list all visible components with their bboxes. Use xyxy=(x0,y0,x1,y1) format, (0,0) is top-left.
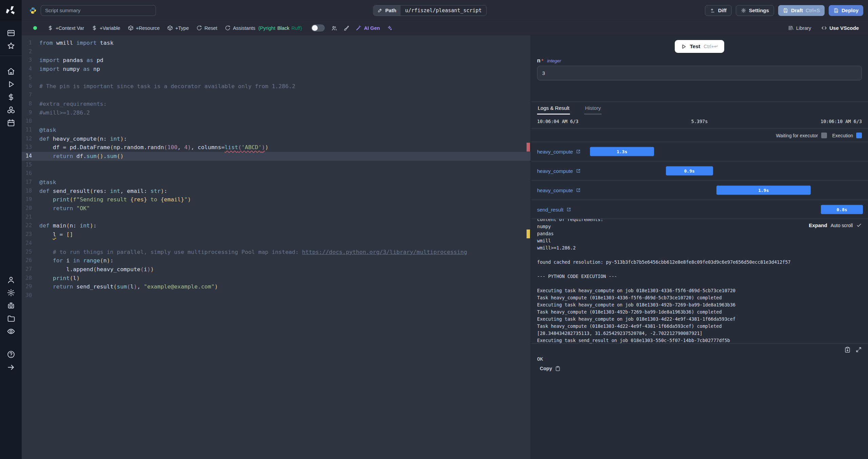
code-line-27[interactable]: 27 l.append(heavy_compute(i)) xyxy=(22,265,531,274)
star-icon[interactable] xyxy=(4,39,18,52)
code-line-5[interactable]: 5 xyxy=(22,74,531,82)
code-line-8[interactable]: 8#extra_requirements: xyxy=(22,100,531,108)
draft-button[interactable]: Draft Ctrl+S xyxy=(778,5,825,16)
code-line-20[interactable]: 20 return "OK" xyxy=(22,204,531,213)
eye-icon[interactable] xyxy=(4,325,18,338)
code-line-16[interactable]: 16 xyxy=(22,169,531,178)
code-text: print(l) xyxy=(39,274,80,283)
dollar-icon[interactable] xyxy=(4,91,18,103)
tab-history[interactable]: History xyxy=(584,102,601,115)
code-line-25[interactable]: 25 # to run things in parallel, simply u… xyxy=(22,248,531,257)
collaborators-button[interactable] xyxy=(328,25,340,31)
check-icon[interactable] xyxy=(856,222,862,228)
contextvar-button[interactable]: +Context Var xyxy=(44,23,88,33)
app-window-icon[interactable] xyxy=(4,26,18,39)
line-number: 21 xyxy=(22,213,39,222)
line-number: 4 xyxy=(22,65,39,74)
expand-result-button[interactable] xyxy=(855,346,862,353)
code-line-6[interactable]: 6# The pin is important since task is a … xyxy=(22,82,531,91)
code-line-17[interactable]: 17@task xyxy=(22,178,531,187)
variable-button[interactable]: +Variable xyxy=(88,23,124,33)
execution-bar: 0.9s xyxy=(666,166,713,176)
help-icon[interactable] xyxy=(4,348,18,361)
assistants-toggle[interactable] xyxy=(311,24,325,32)
code-line-14[interactable]: 14 return df.sum().sum() xyxy=(22,152,531,161)
library-button[interactable]: Library xyxy=(784,23,815,33)
error-ruler-mark xyxy=(527,143,530,152)
argument-n-input[interactable] xyxy=(537,66,862,80)
gear-icon[interactable] xyxy=(4,286,18,299)
home-icon[interactable] xyxy=(4,65,18,78)
arrow-right-icon[interactable] xyxy=(4,361,18,374)
legend-swatch xyxy=(821,133,827,138)
boxes-icon[interactable] xyxy=(4,103,18,116)
code-editor[interactable]: 1from wmill import task23import pandas a… xyxy=(22,35,531,459)
run-panel: Test Ctrl+↵ n * integer Logs & Result Hi… xyxy=(531,35,868,459)
code-line-18[interactable]: 18def send_result(res: int, email: str): xyxy=(22,187,531,196)
test-button[interactable]: Test Ctrl+↵ xyxy=(675,40,725,53)
timeline-row: heavy_compute1.3s xyxy=(531,142,868,161)
play-icon[interactable] xyxy=(4,78,18,91)
gear-icon xyxy=(741,8,746,13)
code-line-19[interactable]: 19 print(f"Sending result {res} to {emai… xyxy=(22,195,531,204)
code-line-24[interactable]: 24 xyxy=(22,239,531,248)
reset-button[interactable]: Reset xyxy=(193,23,221,33)
code-line-9[interactable]: 9#wmill>=1.286.2 xyxy=(22,108,531,117)
calendar-icon[interactable] xyxy=(4,116,18,129)
code-text: for i in range(n): xyxy=(39,256,114,265)
code-line-28[interactable]: 28 print(l) xyxy=(22,274,531,283)
code-line-3[interactable]: 3import pandas as pd xyxy=(22,56,531,65)
code-line-12[interactable]: 12def heavy_compute(n: int): xyxy=(22,135,531,143)
job-link-send_result[interactable]: send_result xyxy=(537,206,571,212)
line-number: 27 xyxy=(22,265,39,274)
tab-logs-result[interactable]: Logs & Result xyxy=(537,102,570,115)
job-link-heavy_compute[interactable]: heavy_compute xyxy=(537,168,581,174)
code-text: def send_result(res: int, email: str): xyxy=(39,187,167,196)
pencil-icon xyxy=(377,8,382,13)
settings-button[interactable]: Settings xyxy=(736,5,774,16)
script-summary-input[interactable] xyxy=(41,5,156,16)
code-line-13[interactable]: 13 df = pd.DataFrame(np.random.randn(100… xyxy=(22,143,531,152)
robot-icon[interactable] xyxy=(4,299,18,312)
ai-gen-button[interactable]: AI Gen xyxy=(353,25,383,31)
deploy-button[interactable]: Deploy xyxy=(829,5,863,16)
code-line-11[interactable]: 11@task xyxy=(22,126,531,135)
line-number: 22 xyxy=(22,221,39,230)
code-line-22[interactable]: 22def main(n: int): xyxy=(22,221,531,230)
assistants-button[interactable]: Assistants (PyrightBlackRuff) xyxy=(221,23,306,33)
diff-button[interactable]: Diff xyxy=(705,5,732,16)
code-line-15[interactable]: 15 xyxy=(22,161,531,169)
code-line-23[interactable]: 23 l = [] xyxy=(22,230,531,239)
resource-button[interactable]: +Resource xyxy=(124,23,164,33)
line-number: 24 xyxy=(22,239,39,248)
format-code-button[interactable] xyxy=(340,25,353,31)
logs-output[interactable]: content of requirements: numpy pandas wm… xyxy=(531,219,868,344)
expand-logs-button[interactable]: Expand xyxy=(809,222,827,228)
script-path-button[interactable]: Path u/rfiszel/pleasant_script xyxy=(373,5,487,16)
logs-viewer[interactable]: content of requirements: numpy pandas wm… xyxy=(531,219,868,344)
code-line-26[interactable]: 26 for i in range(n): xyxy=(22,256,531,265)
job-link-heavy_compute[interactable]: heavy_compute xyxy=(537,149,581,155)
code-text: import pandas as pd xyxy=(39,56,103,65)
user-icon[interactable] xyxy=(4,273,18,286)
ai-sparkles-button[interactable] xyxy=(383,25,396,31)
folder-icon[interactable] xyxy=(4,312,18,325)
job-link-heavy_compute[interactable]: heavy_compute xyxy=(537,187,581,193)
type-button[interactable]: +Type xyxy=(163,23,193,33)
code-line-2[interactable]: 2 xyxy=(22,47,531,56)
code-line-21[interactable]: 21 xyxy=(22,213,531,222)
run-duration: 5.397s xyxy=(691,119,708,124)
code-line-30[interactable]: 30 xyxy=(22,291,531,300)
copy-button[interactable]: Copy xyxy=(540,366,868,371)
assistant-ruff: Ruff) xyxy=(291,25,302,31)
use-vscode-button[interactable]: Use VScode xyxy=(817,23,863,33)
code-line-29[interactable]: 29 return send_result(sum(l), "example@e… xyxy=(22,282,531,291)
code-line-1[interactable]: 1from wmill import task xyxy=(22,39,531,47)
code-line-4[interactable]: 4import numpy as np xyxy=(22,65,531,74)
code-line-10[interactable]: 10 xyxy=(22,117,531,126)
windmill-logo-icon[interactable] xyxy=(0,0,22,21)
timeline-row: heavy_compute1.9s xyxy=(531,180,868,200)
copy-result-icon-button[interactable] xyxy=(844,346,851,353)
code-text: from wmill import task xyxy=(39,39,114,47)
code-line-7[interactable]: 7 xyxy=(22,91,531,100)
